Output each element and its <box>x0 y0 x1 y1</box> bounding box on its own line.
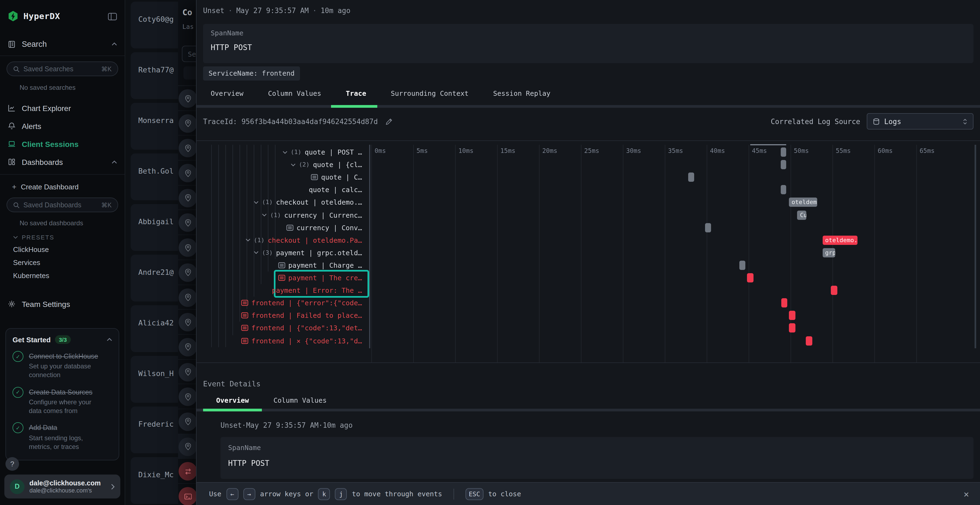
session-event-row[interactable] <box>178 409 196 434</box>
sidebar-section-search[interactable]: Search <box>0 37 125 51</box>
session-card[interactable]: Abbigail <box>130 204 178 251</box>
session-card[interactable]: Coty60@g <box>130 2 178 48</box>
trace-span-row[interactable]: (1)quote | POST … <box>197 146 369 158</box>
tree-timeline-divider[interactable] <box>369 145 370 348</box>
trace-span-row[interactable]: payment | The cre… <box>197 272 369 284</box>
session-card[interactable]: Dixie_Mc <box>130 457 178 504</box>
trace-span-bar[interactable] <box>780 185 786 195</box>
k-key[interactable]: k <box>318 488 330 500</box>
saved-searches-input[interactable]: Saved Searches ⌘K <box>6 62 118 76</box>
service-name-chip[interactable]: ServiceName: frontend <box>203 67 300 81</box>
trace-span-row[interactable]: frontend | {"code":13,"det… <box>197 322 369 334</box>
trace-span-row[interactable]: (1)checkout | oteldemo.Pa… <box>197 234 369 246</box>
trace-span-bar[interactable] <box>789 311 796 320</box>
session-card[interactable]: Frederic <box>130 407 178 453</box>
trace-span-row[interactable]: frontend | {"error":{"code… <box>197 297 369 309</box>
trace-span-row[interactable]: (1)checkout | oteldemo.… <box>197 196 369 209</box>
user-menu[interactable]: D dale@clickhouse.com dale@clickhouse.co… <box>4 475 120 499</box>
session-event-row[interactable] <box>178 186 196 210</box>
presets-header[interactable]: PRESETS <box>13 234 125 241</box>
j-key[interactable]: j <box>335 488 347 500</box>
session-card[interactable]: Wilson_H <box>130 356 178 403</box>
session-event-row[interactable] <box>178 310 196 334</box>
trace-span-bar[interactable]: Cu <box>797 210 807 219</box>
sidebar-item-dashboards[interactable]: Dashboards <box>0 153 125 171</box>
trace-span-bar[interactable]: grpc <box>822 248 835 257</box>
esc-key[interactable]: ESC <box>466 488 484 500</box>
get-started-item[interactable]: ✓Create Data SourcesConfigure where your… <box>13 387 112 415</box>
trace-span-row[interactable]: frontend | × {"code":13,"d… <box>197 334 369 347</box>
trace-span-row[interactable]: payment | Charge … <box>197 259 369 272</box>
preset-clickhouse[interactable]: ClickHouse <box>0 245 125 254</box>
tab-trace[interactable]: Trace <box>346 89 366 97</box>
events-button[interactable] <box>183 67 196 79</box>
create-dashboard-button[interactable]: + Create Dashboard <box>12 182 125 191</box>
saved-dashboards-input[interactable]: Saved Dashboards ⌘K <box>6 197 118 212</box>
events-search-input[interactable]: Se <box>182 46 196 62</box>
trace-span-bar[interactable] <box>805 336 812 345</box>
get-started-item[interactable]: ✓Add DataStart sending logs, metrics, or… <box>13 422 112 451</box>
chevron-down-icon[interactable] <box>262 213 267 217</box>
trace-span-bar[interactable] <box>739 260 745 270</box>
tab-session-replay[interactable]: Session Replay <box>493 89 550 97</box>
get-started-item[interactable]: ✓Connect to ClickHouseSet up your databa… <box>13 351 112 380</box>
tab-overview[interactable]: Overview <box>211 89 243 97</box>
session-card[interactable]: Andre21@ <box>130 255 178 302</box>
arrow-left-key[interactable]: ← <box>226 488 238 500</box>
chevron-down-icon[interactable] <box>254 251 259 254</box>
trace-span-row[interactable]: quote | calc… <box>197 184 369 196</box>
help-button[interactable]: ? <box>5 457 19 471</box>
session-event-row[interactable] <box>178 111 196 135</box>
preset-services[interactable]: Services <box>0 259 125 267</box>
session-event-row[interactable] <box>178 384 196 409</box>
session-event-row[interactable] <box>178 335 196 359</box>
session-event-row[interactable] <box>178 210 196 235</box>
tab-column-values[interactable]: Column Values <box>268 89 321 97</box>
trace-span-row[interactable]: (1)currency | Currenc… <box>197 209 369 221</box>
waterfall-scrollbar[interactable] <box>975 145 976 348</box>
sidebar-item-team-settings[interactable]: Team Settings <box>0 295 125 313</box>
arrow-right-key[interactable]: → <box>243 488 255 500</box>
session-card[interactable]: Retha77@ <box>130 52 178 99</box>
chevron-down-icon[interactable] <box>283 151 288 154</box>
trace-span-row[interactable]: frontend | Failed to place… <box>197 310 369 322</box>
session-card[interactable]: Alicia42 <box>130 305 178 352</box>
sidebar-item-client-sessions[interactable]: Client Sessions <box>0 135 125 153</box>
chevron-down-icon[interactable] <box>291 163 296 166</box>
event-details-tab-overview[interactable]: Overview <box>216 396 249 404</box>
chevron-up-icon[interactable] <box>107 338 112 341</box>
session-event-row[interactable] <box>178 260 196 285</box>
session-error-event-row[interactable] <box>178 459 196 484</box>
edit-pencil-icon[interactable] <box>385 118 393 125</box>
session-event-row[interactable] <box>178 359 196 384</box>
trace-span-bar[interactable]: oteldemo. <box>822 235 858 245</box>
session-error-event-row[interactable] <box>178 484 196 505</box>
session-card[interactable]: Beth.Gol <box>130 154 178 200</box>
sidebar-collapse-icon[interactable] <box>108 12 117 21</box>
session-event-row[interactable] <box>178 285 196 310</box>
trace-span-bar[interactable] <box>831 286 838 295</box>
close-icon[interactable]: × <box>964 488 969 499</box>
trace-span-bar[interactable] <box>705 223 711 232</box>
trace-span-bar[interactable] <box>688 173 694 182</box>
sidebar-item-chart-explorer[interactable]: Chart Explorer <box>0 99 125 117</box>
session-event-row[interactable] <box>178 160 196 185</box>
preset-kubernetes[interactable]: Kubernetes <box>0 272 125 280</box>
trace-span-row[interactable]: (2)quote | {cl… <box>197 158 369 171</box>
session-card[interactable]: Monserra <box>130 103 178 150</box>
sidebar-item-alerts[interactable]: Alerts <box>0 117 125 135</box>
tab-surrounding-context[interactable]: Surrounding Context <box>391 89 468 97</box>
session-event-row[interactable] <box>178 434 196 459</box>
trace-span-bar[interactable] <box>789 324 796 333</box>
trace-span-bar[interactable] <box>747 273 754 283</box>
trace-span-row[interactable]: quote | C… <box>197 171 369 183</box>
session-event-row[interactable] <box>178 136 196 160</box>
log-source-select[interactable]: Logs <box>867 113 974 130</box>
event-details-tab-column-values[interactable]: Column Values <box>273 396 327 404</box>
trace-span-row[interactable]: currency | Conv… <box>197 221 369 234</box>
session-event-row[interactable] <box>178 235 196 260</box>
session-event-row[interactable] <box>178 86 196 111</box>
trace-span-bar[interactable] <box>780 160 786 169</box>
chevron-down-icon[interactable] <box>254 201 259 204</box>
trace-span-bar[interactable] <box>780 148 786 157</box>
